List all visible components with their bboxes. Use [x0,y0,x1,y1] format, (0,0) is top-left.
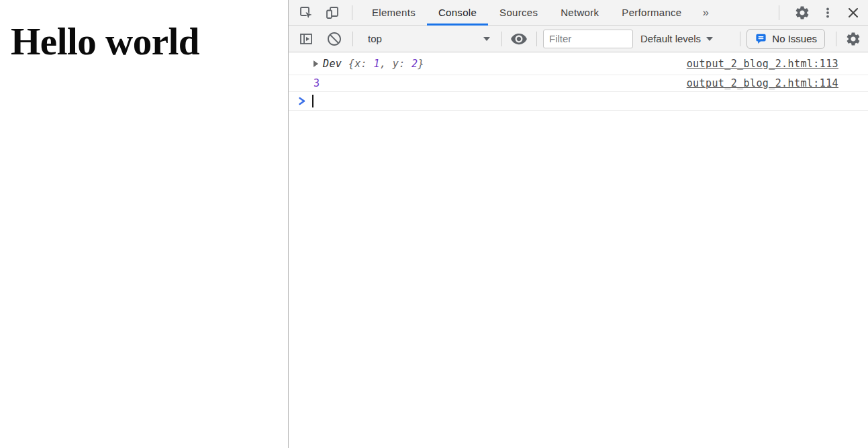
tab-performance[interactable]: Performance [610,2,693,26]
console-messages: Dev {x: 1, y: 2} output_2_blog_2.html:11… [289,52,868,111]
browser-page: Hello world [0,0,288,448]
devtools-tabbar: Elements Console Sources Network Perform… [289,0,868,26]
log-levels-dropdown[interactable]: Default levels [640,33,713,44]
console-prompt[interactable] [289,92,868,111]
tab-elements[interactable]: Elements [360,2,427,26]
console-sidebar-icon[interactable] [298,31,314,47]
inspect-icon[interactable] [298,5,314,21]
object-preview[interactable]: Dev {x: 1, y: 2} [323,58,424,70]
divider [501,32,502,46]
divider [536,32,537,46]
console-toolbar: top Default levels No Issues [289,26,868,52]
device-toolbar-icon[interactable] [324,5,340,21]
devtools-panel: Elements Console Sources Network Perform… [288,0,868,448]
kebab-menu-icon[interactable] [820,5,836,21]
divider [352,5,352,20]
clear-console-icon[interactable] [326,31,342,47]
close-icon[interactable] [845,5,861,21]
context-selector-value: top [368,33,382,44]
divider [352,32,353,46]
divider [836,32,836,46]
logged-value: 3 [314,77,320,89]
eye-icon[interactable] [509,31,529,47]
source-link[interactable]: output_2_blog_2.html:113 [687,58,838,70]
expand-triangle-icon[interactable] [314,60,318,67]
tab-sources[interactable]: Sources [488,2,549,26]
console-message-row: 3 output_2_blog_2.html:114 [289,75,868,92]
log-levels-label: Default levels [640,33,701,44]
source-link[interactable]: output_2_blog_2.html:114 [687,77,838,89]
issues-label: No Issues [772,33,817,44]
dropdown-arrow-icon [483,37,490,41]
context-selector[interactable]: top [361,30,495,48]
tab-console[interactable]: Console [427,2,488,26]
filter-input[interactable] [543,30,633,48]
issues-icon [755,32,767,45]
issues-button[interactable]: No Issues [746,29,825,49]
text-caret [312,95,314,107]
tab-network[interactable]: Network [549,2,610,26]
prompt-chevron-icon [298,96,306,106]
gear-icon[interactable] [794,5,810,21]
divider [779,5,779,20]
page-title: Hello world [11,22,199,60]
divider [740,32,740,46]
more-tabs-icon[interactable]: » [693,2,719,26]
console-message-row: Dev {x: 1, y: 2} output_2_blog_2.html:11… [289,52,868,75]
dropdown-arrow-icon [706,37,713,41]
console-settings-gear-icon[interactable] [845,31,861,47]
